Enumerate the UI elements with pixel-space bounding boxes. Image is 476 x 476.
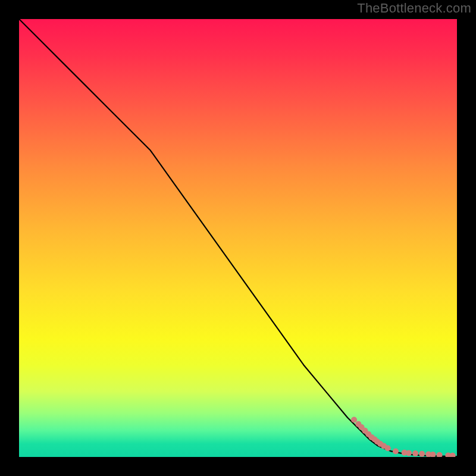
marker-dot <box>437 452 443 457</box>
marker-dot <box>406 450 412 456</box>
chart-frame: TheBottleneck.com <box>0 0 476 476</box>
marker-dot <box>351 416 357 422</box>
marker-dot <box>430 452 436 457</box>
marker-dot <box>393 448 399 454</box>
marker-dot <box>419 451 425 457</box>
marker-dot <box>412 450 418 456</box>
marker-dot <box>385 445 391 451</box>
attribution-text: TheBottleneck.com <box>0 1 471 16</box>
plot-svg <box>19 19 457 457</box>
marker-dot <box>450 453 456 457</box>
plot-area <box>19 19 457 457</box>
curve-line <box>19 19 457 456</box>
